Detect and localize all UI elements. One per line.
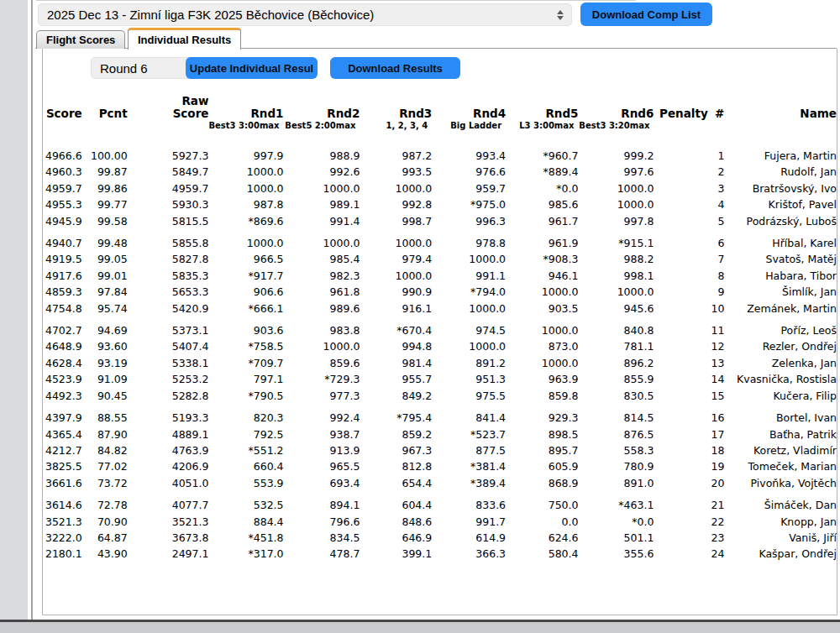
cell-rnd5: 859.8 <box>506 388 578 404</box>
cell-rnd6: 997.8 <box>578 213 654 229</box>
cell-num: 24 <box>708 546 725 562</box>
cell-rnd4: 951.3 <box>432 371 506 387</box>
table-row: 3614.672.784077.7532.5894.1604.4833.6750… <box>43 497 837 513</box>
download-results-button[interactable]: Download Results <box>330 57 460 79</box>
cell-penalty <box>654 355 707 371</box>
cell-rnd1: *790.5 <box>208 388 283 404</box>
col-subheader-rnd4: Big Ladder <box>432 120 506 133</box>
cell-rnd6: 1000.0 <box>578 180 654 196</box>
cell-name: Svatoš, Matěj <box>724 251 837 267</box>
cell-rnd4: 976.6 <box>432 164 506 180</box>
group-gap <box>43 491 837 497</box>
cell-rnd6: 781.1 <box>578 338 654 354</box>
cell-rnd4: 996.3 <box>432 213 506 229</box>
cell-rnd2: 991.4 <box>284 213 360 229</box>
cell-raw: 5835.3 <box>128 268 209 284</box>
cell-penalty <box>654 442 707 458</box>
cell-raw: 5373.1 <box>128 322 209 338</box>
cell-rnd3: 654.4 <box>360 475 432 491</box>
cell-num: 7 <box>708 251 725 267</box>
col-subheader-raw <box>128 120 209 133</box>
cell-rnd3: 998.7 <box>360 213 432 229</box>
cell-rnd5: 1000.0 <box>506 355 578 371</box>
competition-select[interactable]: 2025 Dec 13 - Zimní liga F3K 2025 Běchov… <box>38 3 572 26</box>
cell-raw: 3521.3 <box>128 514 209 530</box>
col-subheader-rnd2: Best5 2:00max <box>284 120 360 133</box>
cell-rnd3: 990.9 <box>360 284 432 300</box>
cell-rnd4: 1000.0 <box>432 338 506 354</box>
table-row: 4859.397.845653.3906.6961.8990.9*794.010… <box>43 284 837 300</box>
cell-num: 21 <box>708 497 725 513</box>
tab-flight-scores[interactable]: Flight Scores <box>36 30 125 49</box>
cell-name: Bratršovský, Ivo <box>724 180 837 196</box>
cell-num: 11 <box>708 322 725 338</box>
cell-pcnt: 99.86 <box>82 180 128 196</box>
cell-rnd3: *795.4 <box>360 410 432 426</box>
col-header-raw: Raw Score <box>128 92 209 120</box>
cell-rnd3: 812.8 <box>360 458 432 474</box>
cell-rnd4: *794.0 <box>432 284 506 300</box>
cell-score: 4702.7 <box>43 322 82 338</box>
cell-rnd2: 913.9 <box>284 442 360 458</box>
cell-rnd2: 965.5 <box>284 458 360 474</box>
cell-rnd3: 1000.0 <box>360 235 432 251</box>
cell-rnd5: *960.7 <box>506 148 578 164</box>
col-header-pcnt: Pcnt <box>82 92 128 120</box>
cell-rnd5: 1000.0 <box>506 322 578 338</box>
cell-name: Šimlík, Jan <box>724 284 837 300</box>
cell-rnd3: 848.6 <box>360 514 432 530</box>
cell-rnd1: 553.9 <box>208 475 283 491</box>
cell-rnd6: 814.5 <box>578 410 654 426</box>
select-chevrons-icon <box>557 10 564 20</box>
cell-name: Tomeček, Marian <box>724 458 837 474</box>
cell-score: 4212.7 <box>43 442 82 458</box>
cell-pcnt: 93.19 <box>82 355 128 371</box>
table-row: 3521.370.903521.3884.4796.6848.6991.70.0… <box>43 514 837 530</box>
cell-rnd1: 1000.0 <box>208 164 283 180</box>
tab-individual-results[interactable]: Individual Results <box>128 28 241 50</box>
download-comp-list-button[interactable]: Download Comp List <box>580 3 712 26</box>
col-header-rnd2: Rnd2 <box>284 92 360 120</box>
cell-rnd4: *975.0 <box>432 196 506 212</box>
cell-num: 18 <box>708 442 725 458</box>
col-subheader-penalty <box>654 120 707 133</box>
cell-score: 4754.8 <box>43 301 82 316</box>
col-subheader-name <box>724 120 837 133</box>
cell-rnd3: 1000.0 <box>360 180 432 196</box>
cell-score: 4492.3 <box>43 388 82 404</box>
cell-rnd4: 978.8 <box>432 235 506 251</box>
cell-rnd5: 961.9 <box>506 235 578 251</box>
cell-rnd2: 1000.0 <box>284 235 360 251</box>
table-row: 4945.999.585815.5*869.6991.4998.7996.396… <box>43 213 837 229</box>
cell-num: 1 <box>708 148 725 164</box>
cell-penalty <box>654 546 707 562</box>
cell-name: Pivoňka, Vojtěch <box>724 475 837 491</box>
cell-pcnt: 84.82 <box>82 442 128 458</box>
cell-rnd4: 366.3 <box>432 546 506 562</box>
cell-penalty <box>654 164 707 180</box>
cell-rnd6: 780.9 <box>578 458 654 474</box>
cell-raw: 5420.9 <box>128 301 209 316</box>
cell-rnd5: 895.7 <box>506 442 578 458</box>
cell-raw: 5282.8 <box>128 388 209 404</box>
col-header-score: Score <box>43 92 82 120</box>
cell-rnd2: 992.4 <box>284 410 360 426</box>
col-subheader-num <box>708 120 725 133</box>
cell-rnd5: 985.6 <box>506 196 578 212</box>
cell-penalty <box>654 180 707 196</box>
cell-name: Habara, Tibor <box>724 268 837 284</box>
cell-score: 4960.3 <box>43 164 82 180</box>
cell-rnd5: 750.0 <box>506 497 578 513</box>
col-subheader-rnd3: 1, 2, 3, 4 <box>360 120 432 133</box>
cell-rnd5: 961.7 <box>506 213 578 229</box>
cell-rnd5: 0.0 <box>506 514 578 530</box>
cell-rnd2: 992.6 <box>284 164 360 180</box>
cell-num: 13 <box>708 355 725 371</box>
cell-penalty <box>654 301 707 316</box>
results-table-head: ScorePcntRaw ScoreRnd1Rnd2Rnd3Rnd4Rnd5Rn… <box>43 92 837 148</box>
cell-rnd2: 977.3 <box>284 388 360 404</box>
col-subheader-rnd6: Best3 3:20max <box>578 120 654 133</box>
update-individual-results-button[interactable]: Update Individual Resul <box>186 57 318 79</box>
cell-num: 23 <box>708 530 725 546</box>
cell-pcnt: 93.60 <box>82 338 128 354</box>
